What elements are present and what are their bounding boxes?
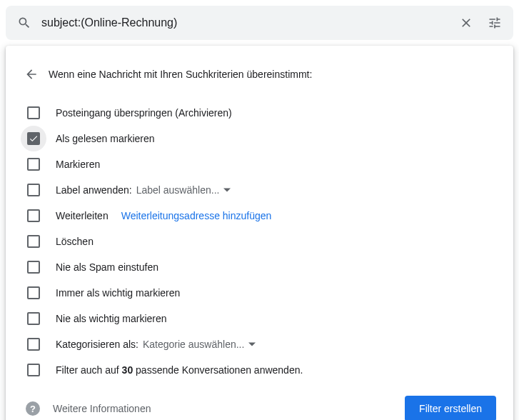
search-bar bbox=[6, 6, 513, 40]
filter-panel: Wenn eine Nachricht mit Ihren Suchkriter… bbox=[6, 46, 513, 420]
option-always-important[interactable]: Immer als wichtig markieren bbox=[6, 280, 513, 306]
back-icon[interactable] bbox=[17, 60, 46, 89]
option-forward[interactable]: Weiterleiten Weiterleitungsadresse hinzu… bbox=[6, 203, 513, 229]
option-never-spam[interactable]: Nie als Spam einstufen bbox=[6, 254, 513, 280]
checkbox-icon[interactable] bbox=[27, 338, 40, 351]
checkbox-icon[interactable] bbox=[27, 364, 40, 376]
option-label: Als gelesen markieren bbox=[56, 133, 155, 144]
checkbox-icon[interactable] bbox=[27, 158, 40, 171]
add-forwarding-link[interactable]: Weiterleitungsadresse hinzufügen bbox=[121, 210, 272, 221]
option-skip-inbox[interactable]: Posteingang überspringen (Archivieren) bbox=[6, 100, 513, 126]
help-icon[interactable]: ? bbox=[26, 401, 40, 416]
checkbox-icon[interactable] bbox=[27, 106, 40, 119]
panel-title: Wenn eine Nachricht mit Ihren Suchkriter… bbox=[49, 69, 312, 80]
panel-header: Wenn eine Nachricht mit Ihren Suchkriter… bbox=[6, 57, 513, 100]
checkbox-icon[interactable] bbox=[27, 235, 40, 248]
panel-footer: ? Weitere Informationen Filter erstellen bbox=[6, 383, 513, 420]
checkbox-icon[interactable] bbox=[27, 209, 40, 222]
search-icon[interactable] bbox=[10, 9, 39, 37]
close-icon[interactable] bbox=[452, 9, 480, 37]
checkbox-icon[interactable] bbox=[27, 184, 40, 196]
tune-icon[interactable] bbox=[480, 9, 509, 37]
option-label: Löschen bbox=[56, 236, 94, 247]
option-label: Label anwenden: bbox=[56, 184, 132, 196]
option-delete[interactable]: Löschen bbox=[6, 229, 513, 254]
option-label: Weiterleiten bbox=[56, 210, 109, 221]
option-label: Kategorisieren als: bbox=[56, 339, 138, 350]
option-star[interactable]: Markieren bbox=[6, 151, 513, 177]
checkbox-icon[interactable] bbox=[27, 261, 40, 274]
option-label: Markieren bbox=[56, 159, 100, 170]
option-mark-read[interactable]: Als gelesen markieren bbox=[6, 126, 513, 151]
option-categorize[interactable]: Kategorisieren als: Kategorie auswählen.… bbox=[6, 331, 513, 357]
option-label: Nie als Spam einstufen bbox=[56, 261, 158, 273]
category-dropdown[interactable]: Kategorie auswählen... bbox=[143, 339, 256, 350]
checkbox-icon[interactable] bbox=[27, 312, 40, 325]
option-apply-existing[interactable]: Filter auch auf 30 passende Konversation… bbox=[6, 357, 513, 383]
checkbox-icon[interactable] bbox=[27, 286, 40, 299]
checkbox-icon[interactable] bbox=[27, 132, 40, 145]
chevron-down-icon bbox=[223, 186, 231, 194]
option-apply-label[interactable]: Label anwenden: Label auswählen... bbox=[6, 177, 513, 203]
more-info-link[interactable]: Weitere Informationen bbox=[53, 403, 405, 414]
search-input[interactable] bbox=[39, 16, 452, 29]
option-label: Filter auch auf 30 passende Konversation… bbox=[56, 364, 303, 376]
dropdown-text: Label auswählen... bbox=[136, 184, 220, 196]
option-label: Nie als wichtig markieren bbox=[56, 313, 167, 324]
dropdown-text: Kategorie auswählen... bbox=[143, 339, 244, 350]
option-label: Posteingang überspringen (Archivieren) bbox=[56, 107, 232, 119]
option-label: Immer als wichtig markieren bbox=[56, 287, 180, 299]
option-never-important[interactable]: Nie als wichtig markieren bbox=[6, 306, 513, 331]
create-filter-button[interactable]: Filter erstellen bbox=[405, 396, 496, 420]
chevron-down-icon bbox=[248, 341, 256, 348]
label-dropdown[interactable]: Label auswählen... bbox=[136, 184, 231, 196]
